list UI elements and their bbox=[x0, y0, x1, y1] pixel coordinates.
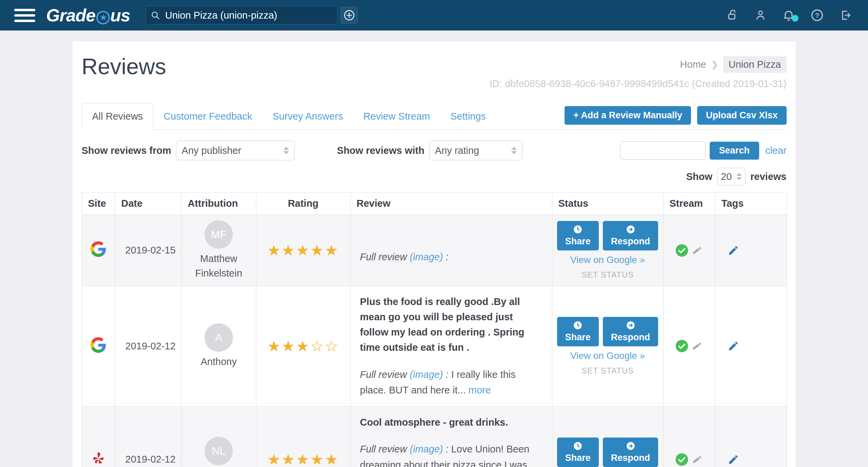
tab-settings[interactable]: Settings bbox=[440, 103, 496, 129]
stream-check-icon[interactable] bbox=[675, 453, 689, 466]
set-status-link[interactable]: SET STATUS bbox=[556, 366, 660, 375]
tab-customer-feedback[interactable]: Customer Feedback bbox=[153, 103, 262, 129]
image-link[interactable]: (image) bbox=[410, 251, 443, 262]
unlock-icon[interactable] bbox=[726, 9, 739, 22]
add-business-button[interactable] bbox=[341, 7, 358, 24]
business-search bbox=[146, 6, 337, 24]
upload-csv-button[interactable]: Upload Csv Xlsx bbox=[697, 106, 787, 125]
set-status-link[interactable]: SET STATUS bbox=[556, 270, 660, 280]
help-icon[interactable]: ? bbox=[810, 8, 824, 22]
stream-edit-icon[interactable] bbox=[691, 245, 703, 256]
reviews-table: Site Date Attribution Rating Review Stat… bbox=[82, 192, 787, 467]
view-on-google-link[interactable]: View on Google » bbox=[556, 255, 660, 265]
star-rating: ★★★★★ bbox=[267, 242, 339, 259]
review-search-input[interactable] bbox=[620, 141, 706, 160]
tag-edit-icon[interactable] bbox=[728, 454, 739, 465]
filters-row: Show reviews from Any publisher Show rev… bbox=[82, 141, 787, 160]
respond-button[interactable]: Respond bbox=[603, 438, 658, 467]
share-button[interactable]: Share bbox=[557, 438, 599, 467]
col-header-attribution: Attribution bbox=[181, 192, 256, 215]
stream-edit-icon[interactable] bbox=[691, 340, 703, 352]
reviewer-name: Matthew Finkelstein bbox=[184, 251, 254, 280]
publisher-filter-label: Show reviews from bbox=[82, 145, 171, 156]
col-header-status: Status bbox=[552, 192, 663, 215]
col-header-stream: Stream bbox=[663, 192, 715, 215]
google-icon bbox=[91, 241, 106, 257]
respond-button[interactable]: Respond bbox=[603, 317, 658, 346]
avatar: NL bbox=[204, 437, 233, 465]
reviewer-name: Anthony bbox=[184, 354, 254, 369]
clock-icon bbox=[573, 441, 583, 451]
menu-icon[interactable] bbox=[14, 6, 35, 25]
clear-link[interactable]: clear bbox=[765, 145, 787, 156]
tabs-bar: All Reviews Customer Feedback Survey Ans… bbox=[82, 103, 787, 130]
logo-text-grade: Grade bbox=[46, 5, 95, 25]
review-title: Cool atmosphere - great drinks. bbox=[360, 415, 542, 430]
show-label: Show bbox=[686, 171, 712, 182]
view-on-google-link[interactable]: View on Google » bbox=[556, 350, 660, 361]
full-review-label: Full review bbox=[360, 251, 407, 262]
col-header-review: Review bbox=[350, 192, 552, 215]
top-navigation-bar: Grade★us bbox=[0, 0, 868, 31]
business-search-input[interactable] bbox=[146, 6, 337, 24]
topbar-icon-group: ? bbox=[726, 8, 852, 22]
table-header-row: Site Date Attribution Rating Review Stat… bbox=[82, 192, 787, 215]
logo-star-icon: ★ bbox=[96, 11, 110, 24]
logout-icon[interactable] bbox=[839, 9, 852, 22]
review-date: 2019-02-12 bbox=[115, 406, 181, 467]
share-button[interactable]: Share bbox=[557, 221, 599, 250]
yelp-icon bbox=[91, 451, 106, 466]
respond-button[interactable]: Respond bbox=[603, 221, 658, 250]
col-header-rating: Rating bbox=[256, 192, 350, 215]
rating-filter-select[interactable]: Any rating bbox=[429, 141, 522, 160]
image-link[interactable]: (image) bbox=[410, 444, 443, 454]
stream-check-icon[interactable] bbox=[675, 244, 689, 257]
tab-survey-answers[interactable]: Survey Answers bbox=[262, 103, 353, 129]
profile-id-line: ID: dbfe0858-6938-40c6-9487-9998499d541c… bbox=[490, 78, 786, 89]
arrow-right-circle-icon bbox=[626, 225, 635, 234]
stream-edit-icon[interactable] bbox=[691, 454, 703, 465]
col-header-date: Date bbox=[115, 192, 181, 215]
full-review-label: Full review bbox=[360, 444, 407, 454]
star-rating: ★★★★★ bbox=[267, 451, 339, 467]
tab-all-reviews[interactable]: All Reviews bbox=[82, 103, 154, 130]
table-row: 2019-02-12 NL Nica L. ★★★★★ Cool atmosph… bbox=[82, 406, 787, 467]
rating-filter-label: Show reviews with bbox=[337, 145, 425, 156]
gradeus-logo[interactable]: Grade★us bbox=[46, 5, 130, 25]
plus-circle-icon bbox=[343, 9, 355, 21]
table-row: 2019-02-12 A Anthony ★★★☆☆ Plus the food… bbox=[82, 286, 787, 407]
arrow-right-circle-icon bbox=[626, 441, 635, 451]
review-date: 2019-02-12 bbox=[115, 286, 181, 407]
arrow-right-circle-icon bbox=[626, 321, 635, 330]
notification-badge bbox=[792, 15, 798, 22]
stream-check-icon[interactable] bbox=[675, 339, 689, 353]
clock-icon bbox=[573, 321, 583, 330]
review-title: Plus the food is really good .By all mea… bbox=[360, 294, 542, 355]
breadcrumb-home-link[interactable]: Home bbox=[680, 59, 706, 70]
clock-icon bbox=[573, 225, 583, 234]
add-review-manually-button[interactable]: + Add a Review Manually bbox=[565, 106, 691, 125]
breadcrumb: Home ❯ Union Pizza bbox=[490, 56, 786, 73]
select-arrows-icon bbox=[511, 147, 517, 154]
breadcrumb-chevron-icon: ❯ bbox=[711, 59, 718, 70]
logo-text-us: us bbox=[110, 5, 130, 25]
avatar: A bbox=[204, 323, 233, 352]
avatar: MF bbox=[204, 220, 233, 249]
tag-edit-icon[interactable] bbox=[728, 245, 739, 256]
review-date: 2019-02-15 bbox=[115, 215, 181, 286]
table-row: 2019-02-15 MF Matthew Finkelstein ★★★★★ … bbox=[82, 215, 787, 286]
reviews-label: reviews bbox=[750, 171, 786, 182]
tab-review-stream[interactable]: Review Stream bbox=[353, 103, 440, 129]
search-button[interactable]: Search bbox=[710, 142, 759, 160]
publisher-filter-select[interactable]: Any publisher bbox=[176, 141, 295, 160]
show-count-select[interactable]: 20 bbox=[717, 168, 746, 185]
image-link[interactable]: (image) bbox=[410, 369, 443, 380]
tag-edit-icon[interactable] bbox=[728, 340, 739, 352]
notifications-bell-icon[interactable] bbox=[782, 8, 795, 22]
select-arrows-icon bbox=[283, 147, 289, 154]
col-header-site: Site bbox=[82, 192, 115, 215]
profile-icon[interactable] bbox=[754, 9, 767, 22]
reviews-page-card: Reviews Home ❯ Union Pizza ID: dbfe0858-… bbox=[73, 41, 796, 467]
more-link[interactable]: more bbox=[469, 385, 491, 395]
share-button[interactable]: Share bbox=[557, 317, 599, 346]
